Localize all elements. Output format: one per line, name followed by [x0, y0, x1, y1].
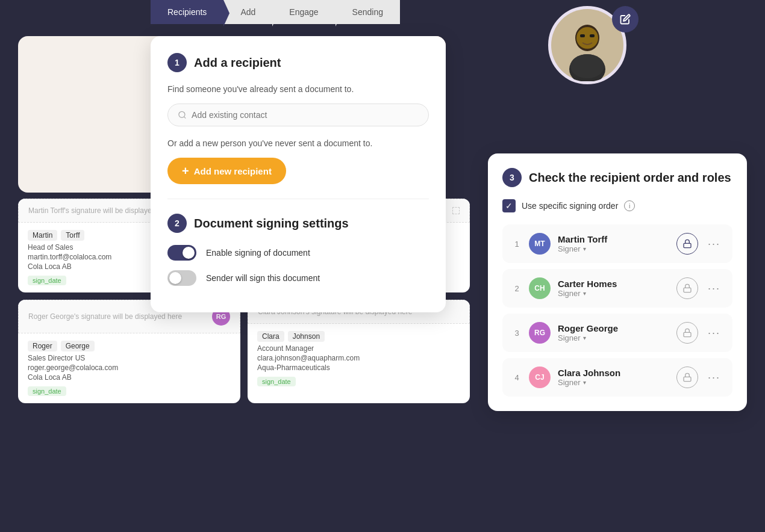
sig-role-clara: Account Manager [257, 344, 460, 353]
svg-rect-10 [684, 332, 691, 336]
role-row-martin: Signer ▾ [558, 244, 669, 253]
chevron-clara[interactable]: ▾ [583, 379, 586, 386]
signing-order-checkbox-row: ✓ Use specific signing order i [502, 199, 732, 212]
recipient-item-martin: 1 MT Martin Torff Signer ▾ ··· [502, 224, 732, 263]
sig-first-name-martin: Martin [28, 230, 57, 241]
order-num-2: 2 [512, 284, 522, 293]
tab-add[interactable]: Add [223, 0, 272, 24]
svg-rect-5 [590, 34, 595, 37]
add-recipient-panel: 1 Add a recipient Find someone you've al… [151, 36, 446, 312]
recipient-item-roger: 3 RG Roger George Signer ▾ ··· [502, 314, 732, 352]
role-row-clara: Signer ▾ [558, 378, 669, 387]
more-btn-carter[interactable]: ··· [705, 282, 723, 295]
sig-date-clara: sign_date [257, 377, 296, 386]
avatar-martin: MT [529, 233, 551, 255]
more-btn-roger[interactable]: ··· [705, 327, 723, 339]
search-icon [178, 110, 187, 120]
recipients-order-panel: 3 Check the recipient order and roles ✓ … [488, 153, 747, 411]
divider [167, 199, 429, 199]
tab-engage[interactable]: Engage [272, 0, 335, 24]
plus-icon: + [182, 165, 189, 177]
tab-sending[interactable]: Sending [336, 0, 400, 24]
recipient-item-carter: 2 CH Carter Homes Signer ▾ ··· [502, 269, 732, 308]
sig-last-name-martin: Torff [61, 230, 84, 241]
toggle-enable-signing-label: Enable signing of document [206, 248, 310, 258]
step1-header: 1 Add a recipient [167, 53, 429, 72]
role-row-roger: Signer ▾ [558, 333, 669, 342]
lock-btn-martin[interactable] [676, 233, 698, 255]
order-num-3: 3 [512, 329, 522, 338]
role-martin: Signer [558, 244, 581, 253]
role-roger: Signer [558, 333, 581, 342]
info-clara: Clara Johnson Signer ▾ [558, 368, 669, 387]
sig-card-roger: Roger George's signature will be display… [18, 300, 240, 403]
name-martin: Martin Torff [558, 234, 669, 244]
toggle-thumb-2 [169, 272, 181, 284]
toggle-sender-sign-row: Sender will sign this document [167, 270, 429, 286]
svg-point-7 [179, 111, 185, 117]
svg-point-6 [570, 54, 604, 78]
sig-last-name-roger: George [61, 341, 95, 351]
edit-badge[interactable] [612, 6, 639, 32]
tab-recipients[interactable]: Recipients [151, 0, 223, 24]
toggle-sender-sign[interactable] [167, 270, 196, 286]
step3-title: Check the recipient order and roles [529, 171, 731, 185]
name-clara: Clara Johnson [558, 368, 669, 378]
signing-order-label: Use specific signing order [522, 201, 618, 211]
more-btn-clara[interactable]: ··· [705, 371, 723, 384]
sig-email-clara: clara.johnson@aquapharm.com [257, 354, 460, 362]
or-text: Or add a new person you've never sent a … [167, 138, 429, 148]
info-icon[interactable]: i [624, 200, 635, 211]
step3-header: 3 Check the recipient order and roles [502, 168, 732, 187]
step1-badge: 1 [167, 53, 187, 72]
name-roger: Roger George [558, 323, 669, 333]
chevron-carter[interactable]: ▾ [583, 290, 586, 297]
svg-rect-4 [580, 34, 585, 37]
lock-btn-carter[interactable] [676, 277, 698, 299]
order-num-1: 1 [512, 240, 522, 249]
sig-card-row-bottom: Roger George's signature will be display… [18, 300, 470, 403]
sig-name-tags-clara: Clara Johnson [257, 331, 460, 342]
more-btn-martin[interactable]: ··· [705, 238, 723, 250]
info-martin: Martin Torff Signer ▾ [558, 234, 669, 253]
sig-first-name-roger: Roger [28, 341, 57, 351]
svg-rect-11 [684, 377, 691, 381]
lock-icon-clara [682, 373, 692, 382]
step2-title: Document signing settings [194, 217, 349, 230]
svg-point-3 [576, 27, 598, 49]
search-input[interactable] [192, 110, 419, 120]
svg-rect-8 [684, 243, 691, 247]
name-carter: Carter Homes [558, 279, 669, 289]
sig-name-tags-roger: Roger George [28, 341, 231, 351]
chevron-martin[interactable]: ▾ [583, 246, 586, 252]
sig-placeholder-icon [452, 207, 460, 214]
top-navigation: Recipients Add Engage Sending [151, 0, 400, 24]
step3-badge: 3 [502, 168, 522, 187]
search-existing-contact[interactable] [167, 104, 429, 126]
toggle-enable-signing[interactable] [167, 245, 196, 261]
order-num-4: 4 [512, 373, 522, 382]
signing-order-checkbox[interactable]: ✓ [502, 199, 516, 212]
avatar-clara: CJ [529, 367, 551, 388]
avatar-roger: RG [529, 322, 551, 344]
sig-first-name-clara: Clara [257, 331, 284, 342]
lock-btn-clara[interactable] [676, 367, 698, 388]
role-carter: Signer [558, 289, 581, 298]
sig-company-roger: Cola Loca AB [28, 373, 231, 382]
recipient-item-clara: 4 CJ Clara Johnson Signer ▾ ··· [502, 358, 732, 397]
sig-card-clara: Clara Johnson's signature will be displa… [248, 300, 470, 403]
lock-btn-roger[interactable] [676, 322, 698, 344]
toggle-enable-signing-row: Enable signing of document [167, 245, 429, 261]
sig-last-name-clara: Johnson [288, 331, 325, 342]
role-row-carter: Signer ▾ [558, 289, 669, 298]
add-new-recipient-button[interactable]: + Add new recipient [167, 158, 286, 184]
sig-date-martin: sign_date [28, 276, 66, 285]
lock-icon-roger [682, 328, 692, 338]
chevron-roger[interactable]: ▾ [583, 335, 586, 341]
svg-rect-9 [684, 288, 691, 292]
lock-icon-martin [682, 239, 692, 249]
sig-date-roger: sign_date [28, 386, 66, 396]
sig-email-roger: roger.george@colaloca.com [28, 363, 231, 372]
avatar-carter: CH [529, 277, 551, 299]
sig-info-clara: Clara Johnson Account Manager clara.john… [248, 324, 470, 394]
